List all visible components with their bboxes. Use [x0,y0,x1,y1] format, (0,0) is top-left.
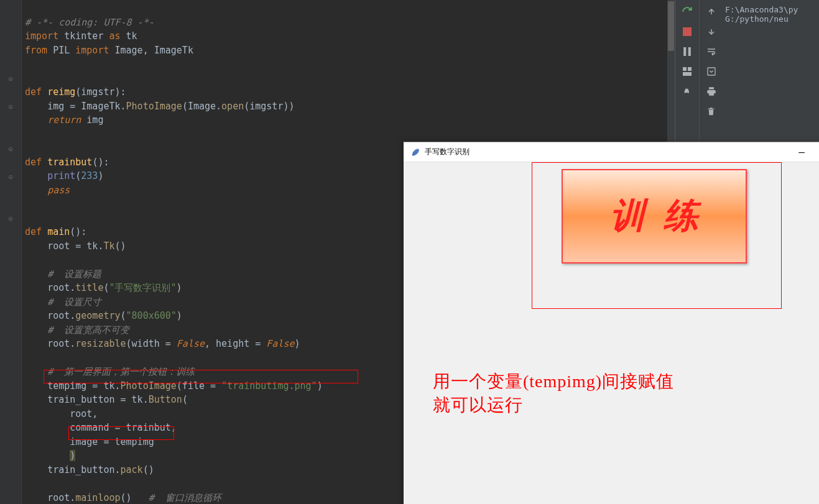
train-button-label: 训练 [591,193,717,240]
stop-icon[interactable] [680,25,694,39]
feather-icon [410,147,420,157]
train-button[interactable]: 训练 [562,169,747,263]
scroll-end-icon[interactable] [705,65,718,78]
pin-icon[interactable] [680,85,694,98]
gutter-fold-icon[interactable]: ⊖ [8,75,12,83]
layout-icon[interactable] [680,65,694,78]
svg-rect-2 [688,47,691,56]
down-arrow-icon[interactable] [705,25,718,39]
svg-rect-6 [708,68,715,75]
scrollbar-thumb[interactable] [668,1,674,51]
svg-rect-4 [688,67,692,71]
trash-icon[interactable] [705,104,718,118]
svg-rect-5 [683,72,692,76]
svg-rect-1 [683,47,686,56]
gutter-fold-icon[interactable]: ⊖ [8,214,12,223]
tkinter-app-window[interactable]: 手写数字识别 — 训练 用一个变量(tempimg)间接赋值 就可以运行 [404,142,819,504]
console-line: G:/python/neu [725,14,817,24]
print-icon[interactable] [705,85,718,98]
up-arrow-icon[interactable] [705,5,718,19]
softwrap-icon[interactable] [705,45,718,58]
tk-content-area: 训练 用一个变量(tempimg)间接赋值 就可以运行 [404,162,819,504]
pause-icon[interactable] [680,45,694,58]
gutter-fold-icon[interactable]: ⊖ [8,173,12,181]
console-line: F:\Anaconda3\py [725,5,817,14]
tk-titlebar[interactable]: 手写数字识别 — [404,142,819,162]
rerun-icon[interactable] [680,5,694,19]
minimize-icon[interactable]: — [789,146,814,158]
code-comment: # -*- coding: UTF-8 -*- [25,17,154,28]
svg-rect-0 [683,27,692,36]
gutter-fold-icon[interactable]: ⊖ [8,103,12,111]
editor-gutter: ⊖ ⊖ ⊖ ⊖ ⊖ [0,0,22,504]
annotation-text: 用一个变量(tempimg)间接赋值 就可以运行 [433,370,674,417]
gutter-fold-icon[interactable]: ⊖ [8,145,12,153]
tk-window-title: 手写数字识别 [425,147,789,157]
svg-rect-3 [683,67,687,71]
